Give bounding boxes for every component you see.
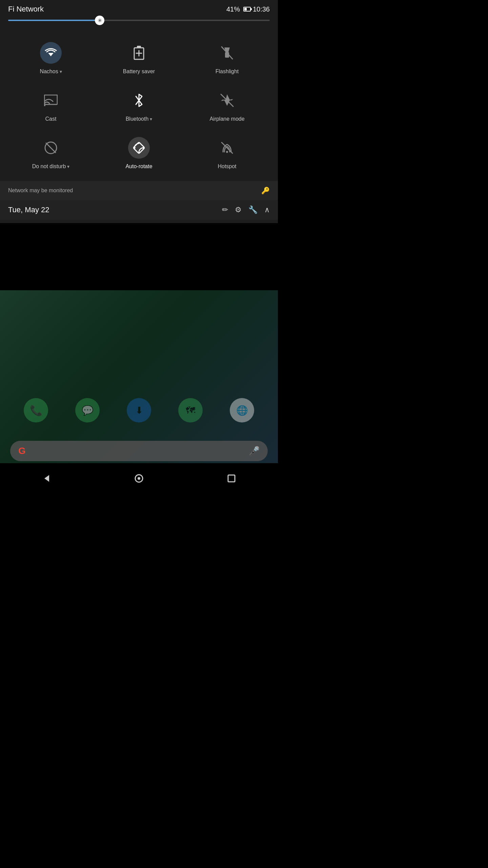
settings-icon[interactable]: ⚙ [235, 205, 242, 214]
svg-point-15 [226, 151, 228, 153]
tools-icon: 🔧 [248, 205, 258, 214]
tile-flashlight-icon-wrap [216, 42, 238, 64]
status-bar-right: 41% 10:36 [226, 5, 270, 13]
battery-percent: 41% [226, 5, 240, 13]
bluetooth-icon [134, 93, 144, 108]
dnd-dropdown-arrow: ▾ [67, 164, 69, 169]
clock: 10:36 [253, 5, 270, 13]
notification-actions: ✏ ⚙ 🔧 ∧ [222, 205, 270, 214]
tile-airplane-icon-wrap [216, 90, 238, 111]
bluetooth-dropdown-arrow: ▾ [150, 116, 152, 122]
notification-date: Tue, May 22 [8, 205, 49, 214]
google-logo: G [18, 446, 26, 456]
tile-wifi-icon-wrap [40, 42, 62, 64]
airplane-icon [220, 94, 234, 107]
app-dock-row: 📞 💬 ⬇ 🗺 🌐 [3, 395, 274, 426]
tile-dnd-label: Do not disturb ▾ [32, 163, 70, 170]
tile-auto-rotate-icon-wrap [128, 137, 150, 159]
tile-airplane[interactable]: Airplane mode [183, 81, 271, 129]
tile-auto-rotate-label: Auto-rotate [125, 163, 152, 170]
svg-marker-17 [44, 475, 49, 482]
svg-line-11 [46, 143, 56, 153]
tile-battery-saver-icon-wrap [128, 42, 150, 64]
brightness-icon: ✳ [98, 17, 102, 24]
tile-cast-icon-wrap [40, 90, 62, 111]
brightness-thumb[interactable]: ✳ [95, 16, 104, 25]
tile-bluetooth-label: Bluetooth ▾ [126, 116, 152, 122]
wifi-dropdown-arrow: ▾ [60, 69, 62, 74]
network-monitor-text: Network may be monitored [8, 188, 73, 194]
back-button[interactable] [33, 465, 60, 492]
svg-rect-20 [228, 475, 235, 482]
app-chrome[interactable]: 🌐 [230, 398, 254, 422]
wifi-icon [45, 47, 57, 59]
edit-icon[interactable]: ✏ [222, 205, 228, 214]
svg-point-19 [138, 477, 140, 480]
quick-tiles-grid: Nachos ▾ Battery saver [0, 31, 278, 180]
tile-airplane-label: Airplane mode [209, 116, 244, 122]
svg-rect-2 [137, 46, 141, 48]
tile-flashlight-label: Flashlight [216, 68, 239, 75]
svg-marker-14 [142, 146, 144, 149]
tile-cast[interactable]: Cast [7, 81, 95, 129]
app-download[interactable]: ⬇ [127, 398, 151, 422]
tile-wifi[interactable]: Nachos ▾ [7, 34, 95, 81]
navigation-bar [0, 463, 278, 494]
tile-bluetooth[interactable]: Bluetooth ▾ [95, 81, 183, 129]
tile-hotspot-label: Hotspot [218, 163, 236, 170]
tile-wifi-label: Nachos ▾ [40, 68, 62, 75]
home-icon [134, 474, 144, 483]
brightness-row: ✳ [0, 17, 278, 31]
tile-auto-rotate[interactable]: Auto-rotate [95, 129, 183, 176]
collapse-icon[interactable]: ∧ [264, 205, 270, 214]
quick-settings-panel: Fi Network 41% 10:36 ✳ [0, 0, 278, 223]
battery-icon [243, 7, 251, 12]
brightness-track [8, 20, 270, 21]
svg-marker-0 [48, 53, 54, 56]
tile-dnd[interactable]: Do not disturb ▾ [7, 129, 95, 176]
dnd-icon [44, 141, 58, 155]
battery-saver-icon [133, 46, 145, 60]
carrier-name: Fi Network [8, 5, 44, 14]
network-monitor-bar: Network may be monitored 🔑 [0, 181, 278, 200]
tile-hotspot-icon-wrap [216, 137, 238, 159]
brightness-slider[interactable]: ✳ [8, 17, 270, 24]
tile-dnd-icon-wrap [40, 137, 62, 159]
app-hangouts[interactable]: 💬 [75, 398, 100, 422]
cast-icon [44, 95, 58, 106]
tile-battery-saver[interactable]: Battery saver [95, 34, 183, 81]
flashlight-icon [221, 46, 233, 60]
home-button[interactable] [125, 465, 152, 492]
recents-button[interactable] [218, 465, 245, 492]
app-dock-area: 📞 💬 ⬇ 🗺 🌐 [0, 388, 278, 433]
tile-flashlight[interactable]: Flashlight [183, 34, 271, 81]
tile-hotspot[interactable]: Hotspot [183, 129, 271, 176]
google-search-bar[interactable]: G 🎤 [10, 441, 268, 461]
back-icon [42, 474, 51, 483]
hotspot-icon [220, 141, 234, 155]
recents-icon [227, 474, 236, 482]
notification-header: Tue, May 22 ✏ ⚙ 🔧 ∧ [0, 200, 278, 220]
tile-bluetooth-icon-wrap [128, 90, 150, 111]
tile-cast-label: Cast [45, 116, 57, 122]
status-bar: Fi Network 41% 10:36 [0, 0, 278, 17]
mic-icon[interactable]: 🎤 [249, 446, 260, 456]
brightness-fill [8, 20, 100, 21]
app-phone[interactable]: 📞 [24, 398, 48, 422]
app-maps[interactable]: 🗺 [178, 398, 203, 422]
auto-rotate-icon [132, 141, 146, 155]
tile-battery-saver-label: Battery saver [123, 68, 155, 75]
vpn-key-icon: 🔑 [261, 186, 270, 195]
